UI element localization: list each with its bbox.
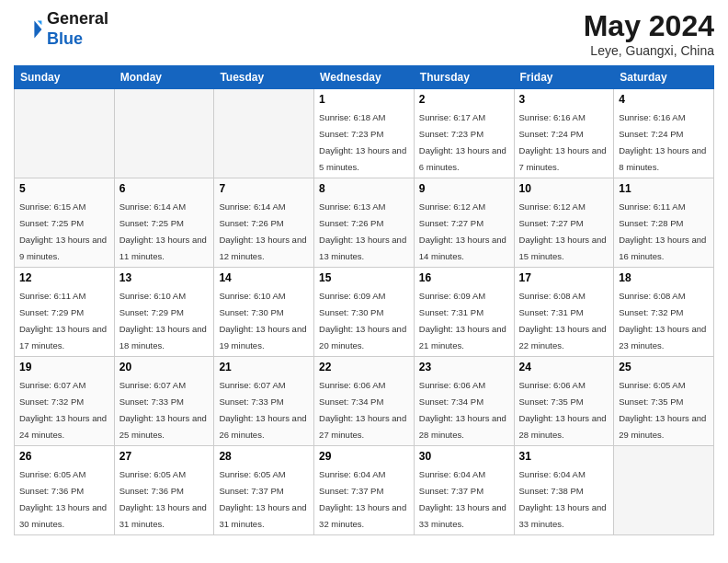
day-number: 10 xyxy=(519,182,609,195)
calendar-cell: 4Sunrise: 6:16 AMSunset: 7:24 PMDaylight… xyxy=(614,89,714,178)
cell-info: Sunrise: 6:04 AMSunset: 7:37 PMDaylight:… xyxy=(319,469,406,529)
cell-info: Sunrise: 6:07 AMSunset: 7:33 PMDaylight:… xyxy=(219,380,306,440)
calendar-cell xyxy=(114,89,214,178)
day-number: 29 xyxy=(319,450,409,463)
cell-info: Sunrise: 6:10 AMSunset: 7:29 PMDaylight:… xyxy=(119,291,207,350)
cell-info: Sunrise: 6:18 AMSunset: 7:23 PMDaylight:… xyxy=(319,112,406,172)
calendar-cell: 6Sunrise: 6:14 AMSunset: 7:25 PMDaylight… xyxy=(114,178,214,268)
cell-info: Sunrise: 6:16 AMSunset: 7:24 PMDaylight:… xyxy=(519,112,607,172)
day-number: 9 xyxy=(419,182,509,195)
day-number: 6 xyxy=(119,182,210,195)
day-number: 24 xyxy=(519,361,609,373)
logo: General Blue xyxy=(14,9,108,49)
calendar-cell: 15Sunrise: 6:09 AMSunset: 7:30 PMDayligh… xyxy=(314,268,415,357)
day-number: 17 xyxy=(519,271,609,284)
cell-info: Sunrise: 6:10 AMSunset: 7:30 PMDaylight:… xyxy=(219,291,306,350)
col-wednesday: Wednesday xyxy=(314,66,415,89)
col-monday: Monday xyxy=(114,66,214,89)
calendar-week-4: 19Sunrise: 6:07 AMSunset: 7:32 PMDayligh… xyxy=(15,357,714,446)
calendar-week-1: 1Sunrise: 6:18 AMSunset: 7:23 PMDaylight… xyxy=(15,89,714,178)
calendar-cell: 12Sunrise: 6:11 AMSunset: 7:29 PMDayligh… xyxy=(15,268,115,357)
calendar-cell: 18Sunrise: 6:08 AMSunset: 7:32 PMDayligh… xyxy=(614,268,714,357)
calendar-cell: 13Sunrise: 6:10 AMSunset: 7:29 PMDayligh… xyxy=(114,268,214,357)
calendar-cell: 10Sunrise: 6:12 AMSunset: 7:27 PMDayligh… xyxy=(514,178,614,268)
cell-info: Sunrise: 6:06 AMSunset: 7:35 PMDaylight:… xyxy=(519,380,607,440)
cell-info: Sunrise: 6:07 AMSunset: 7:32 PMDaylight:… xyxy=(19,380,107,440)
cell-info: Sunrise: 6:04 AMSunset: 7:37 PMDaylight:… xyxy=(419,469,506,529)
calendar-cell: 3Sunrise: 6:16 AMSunset: 7:24 PMDaylight… xyxy=(514,89,614,178)
cell-info: Sunrise: 6:08 AMSunset: 7:31 PMDaylight:… xyxy=(519,291,607,350)
calendar-week-2: 5Sunrise: 6:15 AMSunset: 7:25 PMDaylight… xyxy=(15,178,714,268)
cell-info: Sunrise: 6:06 AMSunset: 7:34 PMDaylight:… xyxy=(319,380,406,440)
main-container: General Blue May 2024 Leye, Guangxi, Chi… xyxy=(0,0,728,545)
day-number: 22 xyxy=(319,361,409,373)
cell-info: Sunrise: 6:12 AMSunset: 7:27 PMDaylight:… xyxy=(419,201,506,261)
col-tuesday: Tuesday xyxy=(214,66,314,89)
day-number: 28 xyxy=(219,450,309,463)
cell-info: Sunrise: 6:11 AMSunset: 7:29 PMDaylight:… xyxy=(19,291,107,350)
calendar-cell: 9Sunrise: 6:12 AMSunset: 7:27 PMDaylight… xyxy=(414,178,514,268)
cell-info: Sunrise: 6:05 AMSunset: 7:36 PMDaylight:… xyxy=(19,469,107,529)
col-thursday: Thursday xyxy=(414,66,514,89)
calendar-cell: 30Sunrise: 6:04 AMSunset: 7:37 PMDayligh… xyxy=(414,446,514,535)
day-number: 20 xyxy=(119,361,210,373)
cell-info: Sunrise: 6:05 AMSunset: 7:36 PMDaylight:… xyxy=(119,469,207,529)
col-friday: Friday xyxy=(514,66,614,89)
calendar-cell: 21Sunrise: 6:07 AMSunset: 7:33 PMDayligh… xyxy=(214,357,314,446)
day-number: 7 xyxy=(219,182,309,195)
cell-info: Sunrise: 6:09 AMSunset: 7:31 PMDaylight:… xyxy=(419,291,506,350)
cell-info: Sunrise: 6:14 AMSunset: 7:25 PMDaylight:… xyxy=(119,201,207,261)
calendar-week-5: 26Sunrise: 6:05 AMSunset: 7:36 PMDayligh… xyxy=(15,446,714,535)
day-number: 14 xyxy=(219,271,309,284)
cell-info: Sunrise: 6:05 AMSunset: 7:35 PMDaylight:… xyxy=(619,380,706,440)
day-number: 8 xyxy=(319,182,409,195)
location: Leye, Guangxi, China xyxy=(584,43,714,58)
day-number: 1 xyxy=(319,93,409,106)
calendar-cell: 17Sunrise: 6:08 AMSunset: 7:31 PMDayligh… xyxy=(514,268,614,357)
cell-info: Sunrise: 6:16 AMSunset: 7:24 PMDaylight:… xyxy=(619,112,706,172)
calendar-cell: 31Sunrise: 6:04 AMSunset: 7:38 PMDayligh… xyxy=(514,446,614,535)
cell-info: Sunrise: 6:07 AMSunset: 7:33 PMDaylight:… xyxy=(119,380,207,440)
day-number: 5 xyxy=(19,182,109,195)
col-saturday: Saturday xyxy=(614,66,714,89)
day-number: 31 xyxy=(519,450,609,463)
calendar-cell xyxy=(15,89,115,178)
svg-marker-1 xyxy=(38,20,42,25)
cell-info: Sunrise: 6:11 AMSunset: 7:28 PMDaylight:… xyxy=(619,201,706,261)
day-number: 12 xyxy=(19,271,109,284)
cell-info: Sunrise: 6:08 AMSunset: 7:32 PMDaylight:… xyxy=(619,291,706,350)
day-number: 11 xyxy=(619,182,709,195)
calendar-cell: 14Sunrise: 6:10 AMSunset: 7:30 PMDayligh… xyxy=(214,268,314,357)
calendar-cell: 19Sunrise: 6:07 AMSunset: 7:32 PMDayligh… xyxy=(15,357,115,446)
cell-info: Sunrise: 6:15 AMSunset: 7:25 PMDaylight:… xyxy=(19,201,107,261)
title-block: May 2024 Leye, Guangxi, China xyxy=(584,9,714,58)
header: General Blue May 2024 Leye, Guangxi, Chi… xyxy=(14,9,714,58)
header-row: Sunday Monday Tuesday Wednesday Thursday… xyxy=(15,66,714,89)
calendar-cell: 11Sunrise: 6:11 AMSunset: 7:28 PMDayligh… xyxy=(614,178,714,268)
day-number: 26 xyxy=(19,450,109,463)
cell-info: Sunrise: 6:05 AMSunset: 7:37 PMDaylight:… xyxy=(219,469,306,529)
cell-info: Sunrise: 6:04 AMSunset: 7:38 PMDaylight:… xyxy=(519,469,607,529)
cell-info: Sunrise: 6:14 AMSunset: 7:26 PMDaylight:… xyxy=(219,201,306,261)
day-number: 15 xyxy=(319,271,409,284)
day-number: 25 xyxy=(619,361,709,373)
day-number: 2 xyxy=(419,93,509,106)
day-number: 19 xyxy=(19,361,109,373)
calendar-cell: 28Sunrise: 6:05 AMSunset: 7:37 PMDayligh… xyxy=(214,446,314,535)
day-number: 3 xyxy=(519,93,609,106)
col-sunday: Sunday xyxy=(15,66,115,89)
calendar-cell xyxy=(614,446,714,535)
month-title: May 2024 xyxy=(584,9,714,43)
day-number: 27 xyxy=(119,450,210,463)
calendar-cell: 23Sunrise: 6:06 AMSunset: 7:34 PMDayligh… xyxy=(414,357,514,446)
day-number: 23 xyxy=(419,361,509,373)
cell-info: Sunrise: 6:13 AMSunset: 7:26 PMDaylight:… xyxy=(319,201,406,261)
day-number: 30 xyxy=(419,450,509,463)
calendar-cell: 29Sunrise: 6:04 AMSunset: 7:37 PMDayligh… xyxy=(314,446,415,535)
day-number: 21 xyxy=(219,361,309,373)
calendar-cell: 7Sunrise: 6:14 AMSunset: 7:26 PMDaylight… xyxy=(214,178,314,268)
calendar-cell: 25Sunrise: 6:05 AMSunset: 7:35 PMDayligh… xyxy=(614,357,714,446)
calendar-cell xyxy=(214,89,314,178)
calendar-cell: 20Sunrise: 6:07 AMSunset: 7:33 PMDayligh… xyxy=(114,357,214,446)
cell-info: Sunrise: 6:09 AMSunset: 7:30 PMDaylight:… xyxy=(319,291,406,350)
